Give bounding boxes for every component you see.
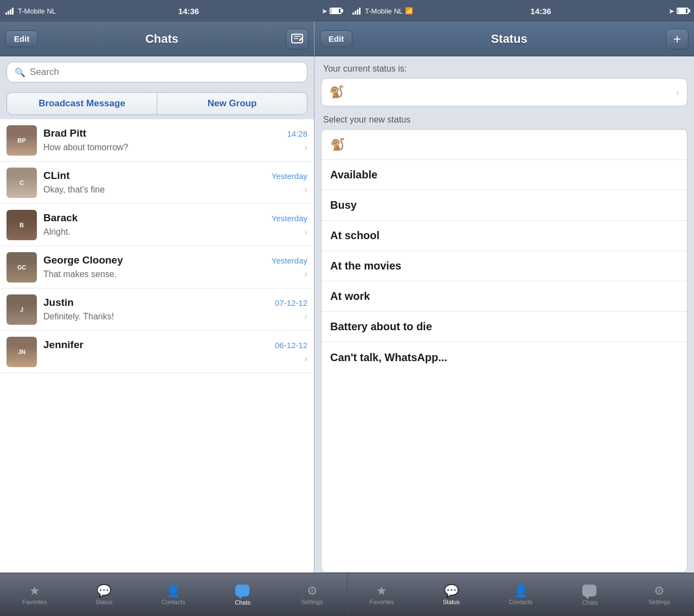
tab-item-status[interactable]: 💬 Status — [416, 573, 486, 616]
status-option-item[interactable]: At school — [322, 221, 687, 251]
favorites-icon: ★ — [376, 585, 387, 597]
status-item-text: Busy — [330, 199, 357, 211]
current-status-emoji: 🐒 — [329, 85, 676, 99]
right-tab-bar: ★ Favorites 💬 Status 👤 Contacts Chats ⚙ … — [348, 573, 695, 616]
tab-item-chats[interactable]: Chats — [555, 573, 625, 616]
status-icon: 💬 — [97, 585, 111, 597]
status-item-text: Battery about to die — [330, 320, 432, 333]
tab-item-favorites[interactable]: ★ Favorites — [0, 573, 69, 616]
avatar: C — [7, 168, 37, 198]
tab-label: Status — [443, 599, 460, 605]
chat-item[interactable]: BP Brad Pitt 14:28 How about tomorrow? › — [0, 119, 314, 162]
chat-name: George Clooney — [43, 254, 123, 266]
search-input[interactable] — [30, 67, 299, 78]
broadcast-message-button[interactable]: Broadcast Message — [7, 92, 157, 115]
chat-item[interactable]: C CLint Yesterday Okay, that's fine › — [0, 162, 314, 204]
search-icon: 🔍 — [15, 67, 25, 78]
status-item-text: Available — [330, 169, 377, 181]
add-status-button[interactable]: + — [666, 29, 689, 49]
chat-item[interactable]: JN Jennifer 06-12-12 › — [0, 331, 314, 373]
chat-preview: Definitely. Thanks! — [43, 312, 300, 322]
edit-button-left[interactable]: Edit — [5, 30, 38, 47]
chevron-icon: › — [304, 353, 307, 364]
chat-preview: Okay, that's fine — [43, 185, 300, 195]
tab-label: Settings — [648, 599, 670, 605]
status-option-item[interactable]: At the movies — [322, 251, 687, 281]
page-title-right: Status — [352, 32, 666, 46]
tab-item-favorites[interactable]: ★ Favorites — [348, 573, 417, 616]
chat-item[interactable]: J Justin 07-12-12 Definitely. Thanks! › — [0, 288, 314, 331]
chat-bubble-icon — [235, 585, 250, 598]
status-item-text: At school — [330, 229, 380, 242]
chat-time: 07-12-12 — [275, 298, 307, 307]
chat-bubble-icon — [582, 585, 597, 598]
tab-item-contacts[interactable]: 👤 Contacts — [139, 573, 208, 616]
chat-info: George Clooney Yesterday That makes sens… — [43, 254, 307, 280]
tab-label: Favorites — [370, 599, 394, 605]
chat-time: Yesterday — [272, 214, 307, 223]
chevron-icon: › — [304, 142, 307, 153]
chat-name: Jennifer — [43, 339, 83, 351]
chat-info: Jennifer 06-12-12 › — [43, 339, 307, 364]
chat-name: Brad Pitt — [43, 127, 86, 139]
chat-info: Barack Yesterday Alright. › — [43, 212, 307, 238]
tab-label: Settings — [301, 599, 323, 605]
status-option-item[interactable]: Battery about to die — [322, 312, 687, 342]
current-status-chevron-icon: › — [676, 87, 679, 98]
chat-name: CLint — [43, 170, 70, 182]
tab-item-chats[interactable]: Chats — [208, 573, 278, 616]
avatar: JN — [7, 337, 37, 367]
signal-strength-icon-right — [352, 7, 361, 15]
chat-time: 14:28 — [287, 129, 307, 138]
chat-preview: That makes sense. — [43, 270, 300, 279]
carrier-name-right: T-Mobile NL — [365, 7, 403, 15]
tab-item-settings[interactable]: ⚙ Settings — [625, 573, 694, 616]
status-item-text: Can't talk, WhatsApp... — [330, 351, 447, 364]
tab-item-status[interactable]: 💬 Status — [69, 573, 139, 616]
status-item-text: At the movies — [330, 260, 401, 272]
status-item-text: At work — [330, 290, 370, 303]
action-buttons-bar: Broadcast Message New Group — [0, 88, 314, 119]
settings-icon: ⚙ — [307, 585, 318, 597]
tab-label: Chats — [582, 599, 598, 606]
wifi-icon-right: 📶 — [405, 7, 413, 15]
chat-info: Justin 07-12-12 Definitely. Thanks! › — [43, 297, 307, 322]
battery-icon-right — [677, 8, 689, 14]
edit-button-right[interactable]: Edit — [320, 30, 352, 47]
signal-strength-icon — [5, 7, 14, 15]
status-option-item[interactable]: 🐒 — [322, 130, 687, 160]
avatar: GC — [7, 252, 37, 283]
chat-list: BP Brad Pitt 14:28 How about tomorrow? ›… — [0, 119, 314, 573]
tab-item-contacts[interactable]: 👤 Contacts — [486, 573, 555, 616]
chat-name: Barack — [43, 212, 78, 224]
status-option-item[interactable]: At work — [322, 281, 687, 312]
chevron-icon: › — [304, 268, 307, 280]
chat-name: Justin — [43, 297, 74, 309]
carrier-name: T-Mobile NL — [18, 7, 56, 15]
search-container: 🔍 — [0, 56, 314, 88]
chevron-icon: › — [304, 311, 307, 322]
location-icon: ➤ — [322, 7, 327, 15]
chevron-icon: › — [304, 226, 307, 238]
chat-item[interactable]: GC George Clooney Yesterday That makes s… — [0, 246, 314, 288]
settings-icon: ⚙ — [654, 585, 665, 597]
chat-time: 06-12-12 — [275, 341, 307, 350]
status-option-item[interactable]: Available — [322, 160, 687, 190]
chat-preview: Alright. — [43, 227, 300, 237]
status-option-item[interactable]: Can't talk, WhatsApp... — [322, 342, 687, 373]
status-time-right: 14:36 — [413, 7, 669, 16]
new-group-button[interactable]: New Group — [157, 92, 307, 115]
favorites-icon: ★ — [29, 585, 40, 597]
chat-item[interactable]: B Barack Yesterday Alright. › — [0, 204, 314, 246]
chevron-icon: › — [304, 184, 307, 195]
select-status-label: Select your new status — [314, 113, 694, 129]
compose-button[interactable] — [286, 29, 309, 49]
status-option-item[interactable]: Busy — [322, 190, 687, 221]
chat-time: Yesterday — [272, 171, 307, 181]
current-status-label: Your current status is: — [314, 56, 694, 78]
tab-label: Contacts — [509, 599, 532, 605]
status-options-list: 🐒AvailableBusyAt schoolAt the moviesAt w… — [321, 129, 687, 573]
status-icon: 💬 — [444, 585, 459, 597]
current-status-box[interactable]: 🐒 › — [321, 78, 687, 106]
tab-item-settings[interactable]: ⚙ Settings — [278, 573, 347, 616]
